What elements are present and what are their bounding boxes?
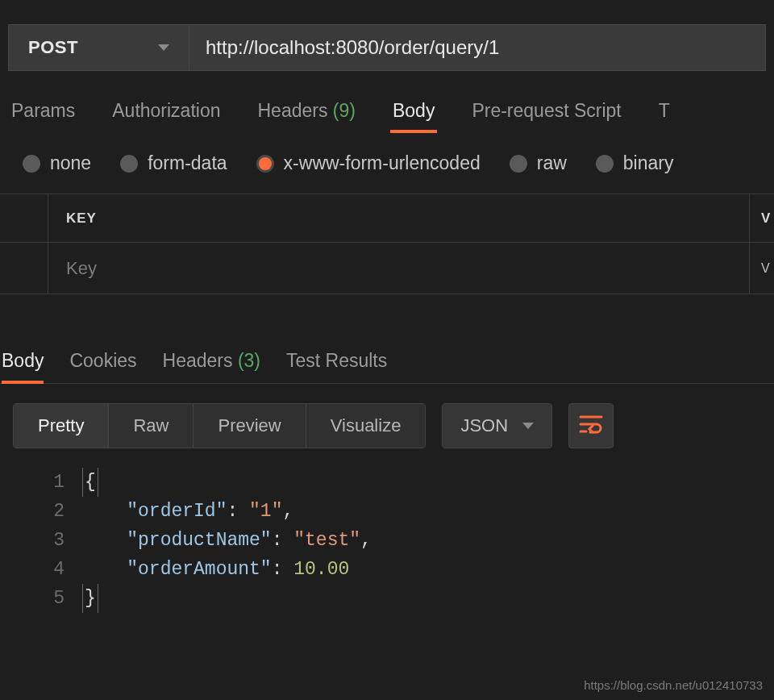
radio-icon [596,155,614,173]
column-header-value-truncated: V [750,194,774,242]
param-key-input[interactable] [66,258,731,279]
resp-tab-body[interactable]: Body [2,344,44,383]
body-type-none[interactable]: none [23,152,91,174]
row-handle-spacer [0,243,48,294]
colon: : [227,501,249,522]
line-number: 4 [0,555,64,584]
response-toolbar: Pretty Raw Preview Visualize JSON [0,384,774,458]
view-visualize-button[interactable]: Visualize [306,404,426,448]
colon: : [272,559,294,580]
body-type-urlencoded[interactable]: x-www-form-urlencoded [256,152,481,174]
http-method-select[interactable]: POST [8,24,189,71]
line-number: 3 [0,526,64,555]
view-mode-group: Pretty Raw Preview Visualize [13,403,426,448]
chevron-down-icon [158,44,169,51]
close-brace: } [82,584,98,613]
line-gutter: 1 2 3 4 5 [0,468,82,613]
body-type-label: form-data [148,152,227,174]
word-wrap-icon [579,415,603,437]
resp-tab-headers[interactable]: Headers (3) [163,344,260,383]
tab-headers-count: (9) [333,100,356,121]
body-type-raw[interactable]: raw [510,152,567,174]
tab-params[interactable]: Params [11,100,75,131]
response-tabs: Body Cookies Headers (3) Test Results [0,339,774,384]
body-type-label: raw [537,152,567,174]
tab-body[interactable]: Body [393,100,435,131]
radio-icon-selected [256,155,274,173]
json-key: "orderAmount" [127,559,271,580]
tab-tests-truncated[interactable]: T [659,100,670,131]
view-preview-button[interactable]: Preview [194,404,306,448]
radio-icon [120,155,138,173]
body-type-label: x-www-form-urlencoded [284,152,481,174]
line-number: 2 [0,497,64,526]
divider-gap [0,294,774,339]
response-format-select[interactable]: JSON [442,403,552,448]
response-body-editor[interactable]: 1 2 3 4 5 { "orderId": "1", "productName… [0,458,774,613]
body-type-binary[interactable]: binary [596,152,674,174]
request-row: POST [0,0,774,71]
request-url-input[interactable] [189,24,766,71]
view-pretty-button[interactable]: Pretty [14,404,109,448]
line-number: 1 [0,468,64,497]
chevron-down-icon [522,423,534,429]
request-tabs: Params Authorization Headers (9) Body Pr… [0,71,774,131]
json-string: "test" [293,530,360,551]
tab-authorization[interactable]: Authorization [112,100,220,131]
body-type-label: binary [623,152,674,174]
code-content: { "orderId": "1", "productName": "test",… [82,468,774,613]
json-key: "orderId" [127,501,227,522]
comma: , [360,530,372,551]
table-header-row: KEY V [0,194,774,243]
json-string: "1" [249,501,282,522]
line-number: 5 [0,584,64,613]
param-value-cell-truncated[interactable]: V [750,243,774,294]
json-number: 10.00 [293,559,349,580]
colon: : [272,530,294,551]
table-row: V [0,243,774,294]
body-type-form-data[interactable]: form-data [120,152,227,174]
radio-icon [23,155,40,173]
word-wrap-button[interactable] [568,403,614,448]
resp-tab-headers-label: Headers [163,350,233,371]
source-watermark: https://blog.csdn.net/u012410733 [584,678,763,692]
format-label: JSON [460,415,508,436]
radio-icon [510,155,527,173]
form-params-table: KEY V V [0,194,774,294]
tab-prerequest[interactable]: Pre-request Script [472,100,621,131]
open-brace: { [82,468,98,497]
comma: , [282,501,293,522]
json-key: "productName" [127,530,271,551]
tab-headers[interactable]: Headers (9) [258,100,356,131]
view-raw-button[interactable]: Raw [109,404,194,448]
resp-tab-test-results[interactable]: Test Results [286,344,387,383]
body-type-label: none [50,152,91,174]
row-handle-spacer [0,194,48,242]
resp-tab-cookies[interactable]: Cookies [69,344,136,383]
column-header-key: KEY [48,194,750,242]
tab-headers-label: Headers [258,100,328,121]
http-method-label: POST [28,37,78,58]
resp-headers-count: (3) [238,350,260,371]
body-type-radios: none form-data x-www-form-urlencoded raw… [0,131,774,194]
